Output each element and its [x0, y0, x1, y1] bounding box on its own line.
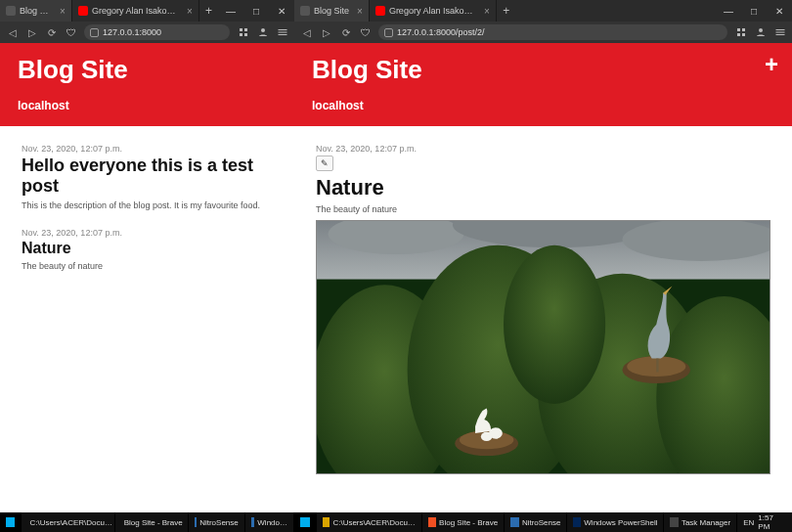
taskbar-item[interactable]: NitroSense — [189, 512, 245, 532]
nav-forward-button[interactable]: ▷ — [320, 27, 333, 38]
window-controls: — □ ✕ — [716, 0, 792, 22]
shield-icon[interactable]: 🛡 — [359, 27, 373, 38]
start-button[interactable] — [294, 512, 317, 532]
site-title[interactable]: Blog Site — [18, 55, 277, 85]
edit-button[interactable]: ✎ — [316, 155, 333, 171]
tab-label: Gregory Alan Isakov - Words — [389, 6, 476, 16]
post-list: Nov. 23, 2020, 12:07 p.m. Hello everyone… — [0, 126, 294, 298]
post-description: The beauty of nature — [22, 261, 273, 271]
tab-close-icon[interactable]: × — [187, 6, 193, 17]
tray-lang[interactable]: EN — [743, 518, 754, 527]
taskbar-item[interactable]: Blog Site - Brave — [422, 512, 505, 532]
start-button[interactable] — [0, 512, 22, 532]
post-date: Nov. 23, 2020, 12:07 p.m. — [316, 144, 770, 154]
taskbar-item[interactable]: C:\Users\ACER\Docu… — [22, 512, 115, 532]
window-controls: — □ ✕ — [218, 0, 294, 22]
taskbar-item[interactable]: C:\Users\ACER\Docu… — [317, 512, 422, 532]
post-title-link[interactable]: Hello everyone this is a test post — [22, 155, 273, 197]
taskbar-item[interactable]: Windows PowerShell — [567, 512, 664, 532]
pencil-icon: ✎ — [321, 158, 329, 168]
nav-back-button[interactable]: ◁ — [6, 27, 20, 38]
extension-icon[interactable] — [236, 26, 249, 38]
taskbar-label: C:\Users\ACER\Docu… — [332, 518, 415, 527]
task-manager-icon — [670, 517, 678, 527]
post-description: This is the description of the blog post… — [22, 200, 273, 210]
reload-button[interactable]: ⟳ — [45, 27, 59, 38]
menu-icon[interactable] — [275, 26, 288, 38]
site-header: Blog Site localhost — [0, 43, 294, 126]
new-tab-button[interactable]: + — [199, 0, 218, 22]
url-bar: ◁ ▷ ⟳ 🛡 127.0.0.1:8000/post/2/ — [294, 22, 792, 43]
profile-icon[interactable] — [255, 26, 269, 38]
taskbar-item[interactable]: Windo… — [245, 512, 294, 532]
taskbar-item[interactable]: Task Manager — [664, 512, 737, 532]
taskbar: C:\Users\ACER\Docu… Blog Site - Brave Ni… — [294, 512, 792, 532]
app-icon — [195, 517, 197, 527]
favicon-icon — [6, 6, 16, 16]
add-post-button[interactable]: + — [765, 51, 778, 78]
shield-icon[interactable]: 🛡 — [65, 27, 78, 38]
tab-blog-site[interactable]: Blog Site × — [294, 0, 370, 22]
close-button[interactable]: ✕ — [767, 0, 792, 22]
tab-close-icon[interactable]: × — [484, 6, 490, 17]
minimize-button[interactable]: — — [716, 0, 741, 22]
tray-time[interactable]: 1:57 PM — [758, 513, 786, 531]
address-text: 127.0.0.1:8000 — [103, 27, 161, 37]
app-icon — [251, 517, 255, 527]
powershell-icon — [573, 517, 581, 527]
tab-close-icon[interactable]: × — [60, 6, 66, 17]
taskbar-item[interactable]: NitroSense — [505, 512, 567, 532]
site-subtitle: localhost — [18, 99, 277, 112]
nav-forward-button[interactable]: ▷ — [25, 27, 39, 38]
lock-icon — [90, 28, 99, 37]
windows-icon — [300, 517, 310, 527]
taskbar-label: NitroSense — [199, 518, 239, 527]
profile-icon[interactable] — [753, 26, 767, 38]
site-header: Blog Site localhost + — [294, 43, 792, 126]
browser-window-right: Blog Site × Gregory Alan Isakov - Words … — [294, 0, 792, 532]
taskbar-label: NitroSense — [522, 518, 561, 527]
post-date: Nov. 23, 2020, 12:07 p.m. — [22, 144, 273, 154]
app-icon — [510, 517, 519, 527]
tab-youtube[interactable]: Gregory Alan Isakov - Words × — [72, 0, 199, 22]
svg-point-0 — [261, 28, 265, 32]
address-input[interactable]: 127.0.0.1:8000/post/2/ — [378, 24, 727, 40]
maximize-button[interactable]: □ — [741, 0, 767, 22]
list-item: Nov. 23, 2020, 12:07 p.m. Hello everyone… — [22, 144, 273, 210]
maximize-button[interactable]: □ — [243, 0, 269, 22]
taskbar: C:\Users\ACER\Docu… Blog Site - Brave Ni… — [0, 512, 294, 532]
minimize-button[interactable]: — — [218, 0, 243, 22]
page-content: Blog Site localhost Nov. 23, 2020, 12:07… — [0, 43, 294, 532]
post-title: Nature — [316, 175, 770, 200]
taskbar-label: C:\Users\ACER\Docu… — [30, 518, 112, 527]
browser-window-left: Blog Site × Gregory Alan Isakov - Words … — [0, 0, 294, 532]
tab-youtube[interactable]: Gregory Alan Isakov - Words × — [370, 0, 497, 22]
tab-blog-site[interactable]: Blog Site × — [0, 0, 72, 22]
url-bar: ◁ ▷ ⟳ 🛡 127.0.0.1:8000 — [0, 22, 294, 43]
system-tray[interactable]: EN 1:57 PM — [737, 513, 792, 531]
extension-icon[interactable] — [733, 26, 747, 38]
svg-point-1 — [759, 28, 763, 32]
tab-label: Blog Site — [314, 6, 349, 16]
youtube-icon — [375, 6, 385, 16]
close-button[interactable]: ✕ — [269, 0, 294, 22]
post-title-link[interactable]: Nature — [22, 240, 273, 257]
tab-label: Blog Site — [20, 6, 52, 16]
folder-icon — [323, 517, 330, 527]
address-text: 127.0.0.1:8000/post/2/ — [397, 27, 485, 37]
post-detail: Nov. 23, 2020, 12:07 p.m. ✎ Nature The b… — [294, 126, 792, 484]
site-title[interactable]: Blog Site — [312, 55, 774, 85]
nav-back-button[interactable]: ◁ — [300, 27, 314, 38]
post-date: Nov. 23, 2020, 12:07 p.m. — [22, 228, 273, 238]
taskbar-label: Windows PowerShell — [584, 518, 657, 527]
post-description: The beauty of nature — [316, 204, 770, 214]
titlebar: Blog Site × Gregory Alan Isakov - Words … — [294, 0, 792, 22]
reload-button[interactable]: ⟳ — [339, 27, 353, 38]
menu-icon[interactable] — [772, 26, 786, 38]
new-tab-button[interactable]: + — [497, 0, 516, 22]
tab-close-icon[interactable]: × — [357, 6, 363, 17]
taskbar-item[interactable]: Blog Site - Brave — [115, 512, 189, 532]
address-input[interactable]: 127.0.0.1:8000 — [84, 24, 230, 40]
svg-rect-14 — [656, 359, 658, 373]
youtube-icon — [78, 6, 88, 16]
